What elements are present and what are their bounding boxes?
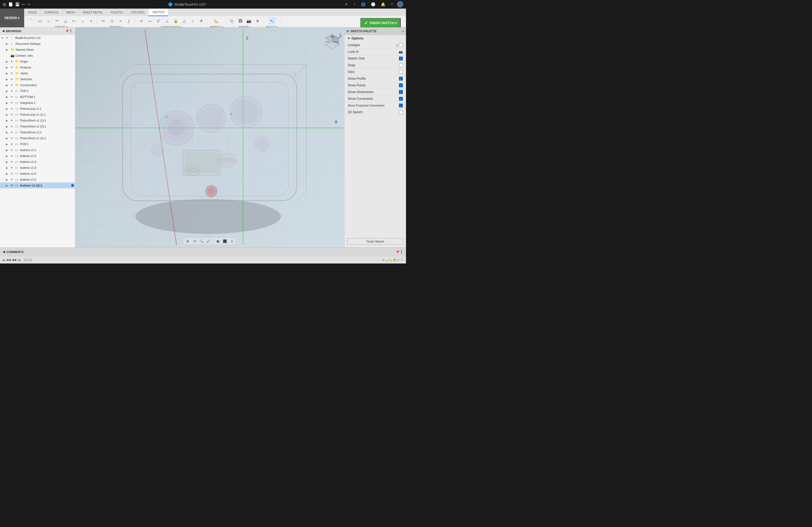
browser-item-pistonshort1[interactable]: ▶ 👁 ▭ PistonShort v1:1 (0, 129, 75, 135)
show-projected-checkbox[interactable]: ✓ (399, 104, 403, 107)
eye-pistonshort1[interactable]: 👁 (11, 131, 14, 134)
eye-btn2[interactable]: 👁 (11, 154, 14, 157)
browser-expand-icon[interactable]: ▏ (71, 29, 73, 33)
browser-collapse-icon[interactable]: ◀ (2, 29, 4, 33)
eye-construction[interactable]: 👁 (11, 84, 14, 87)
fillet-tool[interactable]: ⌣ (79, 17, 86, 25)
eye-analysis[interactable]: 👁 (11, 66, 14, 69)
spline-tool[interactable]: 〜 (53, 17, 61, 25)
expand-pistonshort11[interactable]: ▶ (6, 119, 10, 122)
expand-btn3[interactable]: ▶ (6, 166, 10, 169)
constraint-equal[interactable]: ○ (189, 17, 197, 25)
linetype-chevron[interactable]: ❯ (396, 44, 398, 47)
browser-item-named-views[interactable]: ▶ 📁 Named Views (0, 47, 75, 52)
expand-btn5[interactable]: ▶ (6, 178, 10, 181)
eye-pistonlong11[interactable]: 👁 (11, 113, 14, 116)
finish-sketch-button[interactable]: ✓ FINISH SKETCH ▾ (360, 18, 401, 28)
point-tool[interactable]: + (88, 17, 95, 25)
eye-origin[interactable]: 👁 (11, 60, 14, 63)
expand-pistonshort21[interactable]: ▶ (6, 137, 10, 140)
browser-item-origin[interactable]: ▶ 👁 📁 Origin (0, 59, 75, 64)
show-constraints-checkbox[interactable]: ✓ (399, 97, 403, 101)
eye-top1[interactable]: 👁 (11, 90, 14, 93)
snap-checkbox[interactable] (399, 63, 403, 67)
expand-joints[interactable]: ▶ (6, 72, 10, 75)
eye-btn6[interactable]: 👁 (11, 172, 14, 175)
nav-prev-icon[interactable]: ◀ (6, 258, 8, 261)
eye-pistonlong1[interactable]: 👁 (11, 107, 14, 110)
browser-item-sketches[interactable]: ▶ 👁 📁 Sketches (0, 76, 75, 82)
expand-pcb1[interactable]: ▶ (6, 143, 10, 146)
circle-tool[interactable]: ○ (45, 17, 52, 25)
constraint-collinear[interactable]: — (146, 17, 154, 25)
canvas-zoom-icon[interactable]: 🔍 (199, 238, 205, 244)
constraint-lock[interactable]: 🔒 (172, 17, 179, 25)
canvas-orbit-icon[interactable]: ⟲ (192, 238, 198, 244)
3d-sketch-checkbox[interactable] (399, 110, 403, 114)
tab-surface[interactable]: SURFACE (41, 9, 62, 16)
view-cube[interactable]: TOP RIGHT BACK Z (323, 33, 339, 49)
insert-dxf[interactable]: 📎 (228, 17, 235, 25)
save-icon[interactable]: 💾 (15, 2, 19, 6)
expand-sketches[interactable]: ▶ (6, 78, 10, 81)
rect-tool[interactable]: ▭ (36, 17, 44, 25)
eye-pistonshort21[interactable]: 👁 (11, 137, 14, 140)
add-tab-button[interactable]: + (352, 2, 357, 7)
eye-integracio[interactable]: 👁 (11, 102, 14, 104)
tab-utilities[interactable]: UTILITIES (127, 9, 148, 16)
constraint-perp[interactable]: ⊥ (163, 17, 171, 25)
extend-tool[interactable]: ⊃ (108, 17, 116, 25)
browser-item-construction[interactable]: ▶ 👁 📁 Construction (0, 82, 75, 88)
insert-svg[interactable]: 🖼 (236, 17, 244, 25)
eye-pcb1[interactable]: 👁 (11, 143, 14, 146)
show-dimensions-checkbox[interactable]: ✓ (399, 90, 403, 94)
comments-expand-icon[interactable]: ▏ (401, 250, 403, 254)
design-button[interactable]: DESIGN ▾ (0, 9, 24, 27)
palette-finish-sketch-button[interactable]: Finish Sketch (347, 238, 403, 245)
file-icon[interactable]: 📄 (8, 2, 13, 6)
eye-sketches[interactable]: 👁 (11, 78, 14, 81)
redo-icon[interactable]: ↪ (27, 2, 30, 6)
canvas-move-icon[interactable]: ⊕ (185, 238, 191, 244)
canvas-viewport[interactable]: X Z ⊕ ⊕ TOP RIGHT BACK (75, 27, 344, 247)
canvas-display-mode-icon[interactable]: ▣ (215, 238, 221, 244)
browser-item-btn2[interactable]: ▶ 👁 ▭ buttons v1:2 (0, 153, 75, 159)
inspect-measure[interactable]: 📐 (213, 17, 220, 25)
app-grid-icon[interactable]: ⊞ (3, 2, 6, 7)
browser-item-pcb1[interactable]: ▶ 👁 ▭ PCB:1 (0, 141, 75, 147)
browser-pin-icon[interactable]: 📌 (65, 29, 69, 33)
eye-btn1[interactable]: 👁 (11, 149, 14, 152)
help-icon[interactable]: ? (389, 2, 394, 7)
lookat-camera-icon[interactable]: 📷 (399, 50, 403, 54)
expand-bottom1[interactable]: ▶ (6, 95, 10, 99)
eye-joints[interactable]: 👁 (11, 72, 14, 75)
expand-root[interactable]: ▼ (1, 36, 5, 40)
expand-btn1[interactable]: ▶ (6, 149, 10, 152)
expand-pistonshort1[interactable]: ▶ (6, 131, 10, 134)
browser-item-btn1[interactable]: ▶ 👁 ▭ buttons v1:1 (0, 147, 75, 153)
close-button[interactable]: ✕ (344, 2, 349, 7)
line-tool[interactable]: ⊢ (70, 17, 78, 25)
expand-construction[interactable]: ▶ (6, 84, 10, 87)
browser-item-btn5[interactable]: ▶ 👁 ▭ buttons v1:5 (0, 177, 75, 182)
expand-analysis[interactable]: ▶ (6, 66, 10, 69)
show-points-checkbox[interactable]: ✓ (399, 84, 403, 87)
eye-btn4[interactable]: 👁 (11, 161, 14, 163)
eye-btn11[interactable]: 👁 (11, 184, 14, 187)
comments-pin-icon[interactable]: 📌 (396, 250, 400, 254)
avatar-icon[interactable]: 👤 (397, 1, 403, 7)
polygon-tool[interactable]: △ (62, 17, 69, 25)
expand-pistonshort31[interactable]: ▶ (6, 125, 10, 128)
browser-item-btn11-selected[interactable]: ▶ 👁 ▭ buttons v1 (1):1 (0, 182, 75, 189)
expand-doc[interactable]: ▶ (6, 42, 10, 45)
browser-item-joints[interactable]: ▶ 👁 📁 Joints (0, 70, 75, 76)
browser-item-top1[interactable]: ▶ 👁 ▭ TOP:1 (0, 88, 75, 94)
break-tool[interactable]: ≈ (117, 17, 124, 25)
eye-btn5[interactable]: 👁 (11, 178, 14, 181)
curve-tool[interactable]: ∫ (126, 17, 133, 25)
expand-btn11[interactable]: ▶ (6, 184, 10, 187)
browser-item-pistonlong1[interactable]: ▶ 👁 ▭ PistonLong v1:1 (0, 106, 75, 111)
arc-tool[interactable]: ⌒ (27, 17, 35, 25)
browser-item-integracio[interactable]: ▶ 👁 ▭ Integracio:1 (0, 100, 75, 106)
nav-first-icon[interactable]: ⏮ (2, 258, 5, 261)
